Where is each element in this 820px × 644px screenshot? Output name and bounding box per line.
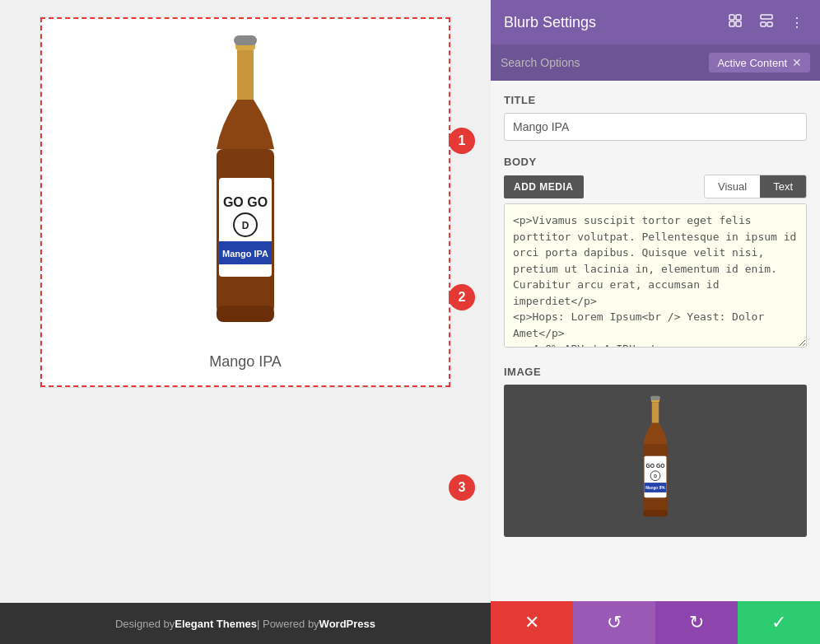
svg-text:Mango IPA: Mango IPA (222, 249, 268, 259)
search-bar: Active Content ✕ (491, 44, 820, 81)
panel-icon-group: ⋮ (724, 12, 807, 33)
site-footer: Designed by Elegant Themes | Powered by … (0, 603, 491, 644)
svg-rect-21 (643, 509, 667, 516)
svg-rect-15 (761, 15, 772, 19)
wordpress-link[interactable]: WordPress (319, 618, 375, 630)
svg-text:D: D (242, 220, 249, 231)
tab-visual[interactable]: Visual (705, 175, 760, 198)
footer-designed-by: Designed by (115, 618, 175, 630)
svg-rect-3 (217, 306, 274, 322)
product-card: GO GO D Mango IPA Mango IPA (40, 16, 451, 388)
title-input[interactable] (504, 113, 807, 141)
svg-rect-12 (736, 15, 741, 20)
layout-icon-button[interactable] (756, 12, 777, 33)
active-content-badge: Active Content ✕ (709, 53, 810, 72)
svg-rect-16 (761, 22, 766, 26)
svg-rect-28 (650, 395, 660, 399)
title-label: Title (504, 94, 807, 106)
redo-button[interactable]: ↻ (655, 601, 738, 644)
svg-rect-10 (234, 35, 257, 45)
image-label: Image (504, 366, 807, 378)
panel-scroll-content: Title Body ADD MEDIA Visual Text <p>Viva… (491, 81, 820, 601)
main-content-area: GO GO D Mango IPA Mango IPA Designed by … (0, 0, 491, 644)
svg-text:GO GO: GO GO (223, 195, 268, 209)
preview-bottle-image: GO GO D Mango IPA (622, 395, 688, 527)
step-badge-3: 3 (449, 474, 475, 501)
body-label: Body (504, 156, 807, 168)
panel-footer: ✕ ↺ ↻ ✓ (491, 601, 820, 644)
svg-text:GO GO: GO GO (646, 463, 665, 469)
more-options-button[interactable]: ⋮ (787, 13, 807, 32)
body-toolbar: ADD MEDIA Visual Text (504, 175, 807, 198)
svg-rect-11 (729, 15, 734, 20)
tab-text[interactable]: Text (760, 175, 806, 198)
search-input[interactable] (501, 56, 709, 69)
view-tab-group: Visual Text (704, 175, 807, 198)
svg-rect-1 (237, 50, 254, 100)
footer-separator: | Powered by (257, 618, 319, 630)
image-preview[interactable]: GO GO D Mango IPA (504, 385, 807, 537)
beer-bottle-image: GO GO D Mango IPA (196, 34, 295, 347)
svg-text:Mango IPA: Mango IPA (645, 486, 665, 490)
title-field-group: Title (504, 94, 807, 156)
undo-button[interactable]: ↺ (573, 601, 655, 644)
confirm-button[interactable]: ✓ (738, 601, 820, 644)
panel-title: Blurb Settings (504, 14, 596, 31)
elegant-themes-link[interactable]: Elegant Themes (175, 618, 257, 630)
settings-panel: Blurb Settings ⋮ (491, 0, 820, 644)
body-field-group: Body ADD MEDIA Visual Text <p>Vivamus su… (504, 156, 807, 351)
svg-text:D: D (654, 473, 657, 478)
product-title: Mango IPA (209, 353, 282, 371)
panel-header: Blurb Settings ⋮ (491, 0, 820, 44)
add-media-button[interactable]: ADD MEDIA (504, 175, 584, 198)
expand-icon-button[interactable] (724, 12, 746, 33)
svg-rect-17 (767, 22, 772, 26)
step-badge-2: 2 (449, 284, 475, 310)
body-textarea[interactable]: <p>Vivamus suscipit tortor eget felis po… (504, 203, 807, 348)
cancel-button[interactable]: ✕ (491, 601, 573, 644)
svg-rect-13 (729, 21, 734, 26)
svg-rect-19 (652, 402, 659, 422)
active-content-close[interactable]: ✕ (792, 56, 802, 69)
image-field-group: Image GO GO D Mango IPA (504, 366, 807, 537)
step-badge-1: 1 (449, 128, 475, 154)
svg-rect-14 (736, 21, 741, 26)
